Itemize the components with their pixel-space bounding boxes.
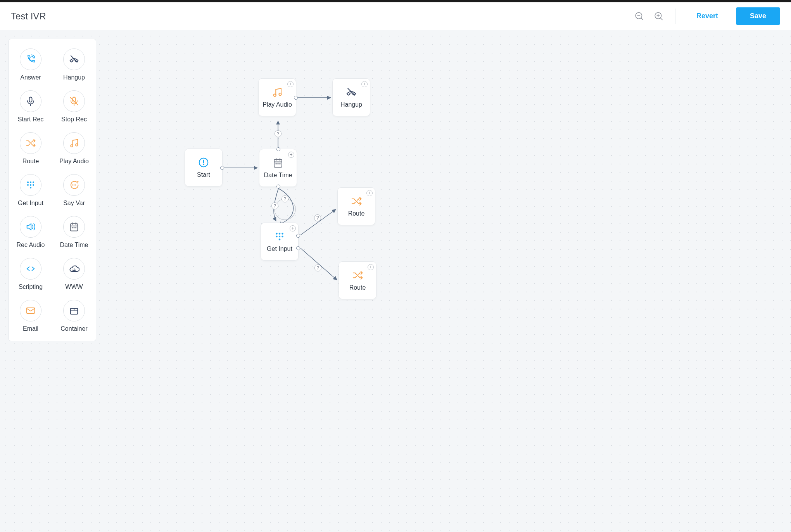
zoom-out-button[interactable] (633, 10, 646, 22)
svg-line-39 (301, 248, 337, 280)
node-date-time[interactable]: + Date Time (259, 149, 297, 187)
node-get-input[interactable]: + Get Input (261, 223, 299, 261)
palette-item-label: Say Var (63, 200, 85, 207)
node-port[interactable] (296, 246, 300, 250)
palette-item-label: Get Input (18, 200, 43, 207)
mic-icon (20, 90, 41, 112)
separator (675, 9, 675, 24)
dialpad-icon (20, 174, 41, 196)
calendar-icon (272, 157, 284, 169)
node-port[interactable] (296, 234, 300, 238)
palette-item-answer[interactable]: Answer (9, 46, 52, 88)
svg-point-54 (279, 233, 281, 235)
svg-point-19 (30, 184, 31, 186)
node-play-audio[interactable]: + Play Audio (258, 78, 296, 116)
svg-point-16 (30, 181, 31, 183)
svg-point-52 (280, 164, 280, 164)
palette-item-route[interactable]: Route (9, 130, 52, 172)
svg-point-14 (76, 144, 78, 146)
palette-item-label: Date Time (60, 242, 88, 249)
node-start[interactable]: Start (185, 149, 223, 187)
page-title: Test IVR (11, 11, 46, 22)
palette-item-label: Container (60, 325, 87, 332)
flow-edges (0, 30, 791, 532)
svg-rect-32 (27, 308, 35, 313)
node-port[interactable] (220, 166, 224, 170)
edge-label[interactable]: ? (314, 264, 321, 271)
svg-point-30 (74, 228, 74, 228)
add-port-icon[interactable]: + (361, 81, 368, 87)
node-label: Route (348, 210, 365, 217)
shuffle-icon (352, 269, 363, 281)
phone-hangup-icon (345, 86, 357, 98)
node-label: Get Input (267, 245, 292, 252)
phone-answer-icon (20, 48, 41, 70)
svg-point-44 (279, 93, 281, 95)
edge-label[interactable]: ? (282, 195, 288, 202)
svg-line-1 (641, 18, 643, 20)
edge-label[interactable]: ? (275, 130, 282, 137)
shuffle-icon (351, 195, 362, 207)
palette-item-email[interactable]: Email (9, 297, 52, 339)
box-icon (63, 300, 85, 321)
palette-item-get-input[interactable]: Get Input (9, 172, 52, 214)
palette-item-start-rec[interactable]: Start Rec (9, 88, 52, 130)
edge-label[interactable]: ? (314, 214, 321, 221)
node-hangup[interactable]: + Hangup (332, 78, 370, 116)
svg-point-59 (279, 238, 281, 240)
palette-item-play-audio[interactable]: Play Audio (52, 130, 96, 172)
svg-point-22 (73, 185, 73, 185)
palette-item-www[interactable]: WWW (52, 256, 96, 297)
svg-point-57 (279, 236, 281, 238)
add-port-icon[interactable]: + (287, 81, 294, 87)
start-icon (198, 157, 209, 168)
add-port-icon[interactable]: + (368, 264, 374, 270)
svg-point-24 (75, 185, 76, 185)
revert-button[interactable]: Revert (686, 8, 729, 24)
palette-item-say-var[interactable]: Say Var (52, 172, 96, 214)
node-label: Start (197, 171, 210, 178)
phone-hangup-icon (63, 48, 85, 70)
cloud-icon (63, 258, 85, 280)
svg-point-50 (276, 164, 276, 164)
svg-point-17 (33, 181, 34, 183)
palette-item-date-time[interactable]: Date Time (52, 214, 96, 256)
zoom-in-button[interactable] (653, 10, 665, 22)
dialpad-icon (274, 231, 285, 242)
node-route[interactable]: + Route (337, 187, 375, 225)
shuffle-icon (20, 132, 41, 154)
flow-canvas[interactable]: AnswerHangupStart RecStop RecRoutePlay A… (0, 30, 791, 532)
svg-point-29 (72, 228, 73, 228)
palette-item-label: Scripting (19, 283, 43, 290)
edge-label[interactable]: ? (271, 202, 278, 209)
node-route[interactable]: + Route (339, 261, 377, 299)
node-palette: AnswerHangupStart RecStop RecRoutePlay A… (9, 39, 96, 341)
palette-item-scripting[interactable]: Scripting (9, 256, 52, 297)
svg-point-20 (33, 184, 34, 186)
calendar-icon (63, 216, 85, 238)
node-port[interactable] (294, 96, 298, 100)
svg-point-55 (282, 233, 283, 235)
add-port-icon[interactable]: + (290, 225, 296, 231)
node-label: Hangup (340, 101, 362, 108)
node-port[interactable] (276, 147, 280, 151)
palette-item-rec-audio[interactable]: Rec Audio (9, 214, 52, 256)
svg-point-31 (76, 228, 76, 228)
svg-point-23 (74, 185, 74, 185)
palette-item-label: Route (22, 158, 39, 165)
palette-item-stop-rec[interactable]: Stop Rec (52, 88, 96, 130)
zoom-out-icon (634, 11, 644, 21)
palette-item-hangup[interactable]: Hangup (52, 46, 96, 88)
save-button[interactable]: Save (736, 7, 780, 25)
node-port[interactable] (276, 185, 280, 188)
mic-off-icon (63, 90, 85, 112)
palette-item-label: Email (23, 325, 38, 332)
add-port-icon[interactable]: + (366, 190, 373, 196)
svg-point-21 (30, 187, 31, 188)
node-label: Play Audio (263, 101, 292, 108)
svg-rect-8 (29, 97, 32, 102)
palette-item-label: Start Rec (18, 116, 44, 123)
code-icon (20, 258, 41, 280)
palette-item-container[interactable]: Container (52, 297, 96, 339)
add-port-icon[interactable]: + (288, 152, 294, 158)
